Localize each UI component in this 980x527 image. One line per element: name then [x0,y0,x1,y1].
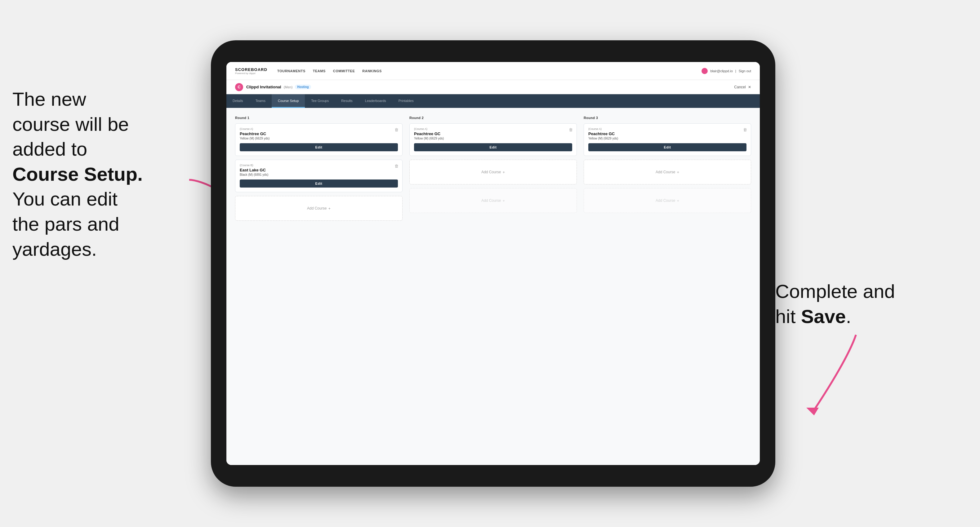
user-email: blair@clippd.io [710,69,732,73]
round-3-add-course-disabled-plus-icon: + [677,198,679,203]
round-2-course-a-edit-button[interactable]: Edit [414,143,572,151]
logo-subtitle: Powered by clippd [235,72,267,75]
tablet-screen: SCOREBOARD Powered by clippd TOURNAMENTS… [226,62,760,465]
round-2-add-course-button[interactable]: Add Course + [409,160,577,184]
tab-bar: Details Teams Course Setup Tee Groups Re… [226,94,760,108]
top-navigation: SCOREBOARD Powered by clippd TOURNAMENTS… [226,62,760,80]
nav-committee[interactable]: COMMITTEE [333,69,355,73]
user-area: blair@clippd.io | Sign out [702,68,751,74]
round-1-course-b-tee: Black (M) (6891 yds) [240,173,398,176]
main-content: Round 1 🗑 (Course A) Peachtree GC Yellow… [226,108,760,465]
round-1-course-b-delete-button[interactable]: 🗑 [393,163,399,169]
svg-marker-1 [806,408,819,415]
nav-teams[interactable]: TEAMS [313,69,326,73]
tab-tee-groups[interactable]: Tee Groups [305,94,335,108]
round-2-add-course-disabled-button: Add Course + [409,188,577,213]
round-1-course-a-card: 🗑 (Course A) Peachtree GC Yellow (M) (66… [235,123,402,156]
user-avatar-dot [702,68,708,74]
annotation-left: The new course will be added to Course S… [13,87,223,262]
annotation-right: Complete andhit Save. [775,279,943,329]
tab-printables[interactable]: Printables [392,94,420,108]
round-3-course-a-card: 🗑 (Course A) Peachtree GC Yellow (M) (66… [584,123,751,156]
scoreboard-logo: SCOREBOARD Powered by clippd [235,67,267,75]
round-2-add-course-disabled-plus-icon: + [503,198,505,203]
round-1-add-course-button[interactable]: Add Course + [235,196,402,221]
round-2-add-course-label: Add Course [481,170,501,174]
round-1-column: Round 1 🗑 (Course A) Peachtree GC Yellow… [235,116,402,224]
round-3-label: Round 3 [584,116,751,120]
rounds-grid: Round 1 🗑 (Course A) Peachtree GC Yellow… [235,116,751,224]
nav-links: TOURNAMENTS TEAMS COMMITTEE RANKINGS [277,69,702,73]
round-1-course-b-card: 🗑 (Course B) East Lake GC Black (M) (689… [235,160,402,192]
round-3-add-course-disabled-label: Add Course [655,198,675,203]
tab-teams[interactable]: Teams [249,94,272,108]
round-3-course-a-tee: Yellow (M) (6629 yds) [588,137,746,140]
round-3-course-a-name: Peachtree GC [588,132,746,136]
round-2-label: Round 2 [409,116,577,120]
round-3-course-a-delete-button[interactable]: 🗑 [742,127,748,132]
round-1-course-b-name: East Lake GC [240,168,398,172]
round-2-course-a-card: 🗑 (Course A) Peachtree GC Yellow (M) (66… [409,123,577,156]
round-2-add-course-plus-icon: + [503,170,505,175]
tab-course-setup[interactable]: Course Setup [272,94,305,108]
round-3-add-course-disabled-button: Add Course + [584,188,751,213]
round-1-course-b-badge: (Course B) [240,163,398,167]
round-2-course-a-name: Peachtree GC [414,132,572,136]
round-2-add-course-disabled-label: Add Course [481,198,501,203]
round-3-add-course-label: Add Course [655,170,675,174]
round-2-course-a-delete-button[interactable]: 🗑 [568,127,573,132]
round-3-add-course-button[interactable]: Add Course + [584,160,751,184]
tournament-logo: C [235,83,243,91]
round-1-course-a-delete-button[interactable]: 🗑 [393,127,399,132]
close-icon: ✕ [748,85,751,89]
logo-title: SCOREBOARD [235,67,267,72]
round-1-course-a-name: Peachtree GC [240,132,398,136]
nav-rankings[interactable]: RANKINGS [362,69,382,73]
round-1-course-a-edit-button[interactable]: Edit [240,143,398,151]
tournament-gender-badge: (Men) [284,85,293,89]
round-2-course-a-tee: Yellow (M) (6629 yds) [414,137,572,140]
tournament-name: Clippd Invitational [246,85,281,89]
tablet-device: SCOREBOARD Powered by clippd TOURNAMENTS… [211,40,775,487]
round-3-add-course-plus-icon: + [677,170,679,175]
round-1-label: Round 1 [235,116,402,120]
round-1-course-a-tee: Yellow (M) (6629 yds) [240,137,398,140]
round-2-column: Round 2 🗑 (Course A) Peachtree GC Yellow… [409,116,577,224]
tab-leaderboards[interactable]: Leaderboards [359,94,392,108]
tab-details[interactable]: Details [226,94,249,108]
round-1-course-a-badge: (Course A) [240,127,398,130]
nav-separator: | [735,69,736,73]
round-2-course-a-badge: (Course A) [414,127,572,130]
round-3-column: Round 3 🗑 (Course A) Peachtree GC Yellow… [584,116,751,224]
round-3-course-a-badge: (Course A) [588,127,746,130]
arrow-right [794,329,875,422]
tournament-status-tag: Hosting [295,85,311,89]
sub-header: C Clippd Invitational (Men) Hosting Canc… [226,80,760,94]
round-1-add-course-label: Add Course [307,206,326,211]
nav-tournaments[interactable]: TOURNAMENTS [277,69,305,73]
round-1-course-b-edit-button[interactable]: Edit [240,179,398,187]
round-1-add-course-plus-icon: + [328,206,331,211]
cancel-button[interactable]: Cancel ✕ [733,85,751,89]
round-3-course-a-edit-button[interactable]: Edit [588,143,746,151]
tab-results[interactable]: Results [335,94,359,108]
sign-out-link[interactable]: Sign out [739,69,751,73]
